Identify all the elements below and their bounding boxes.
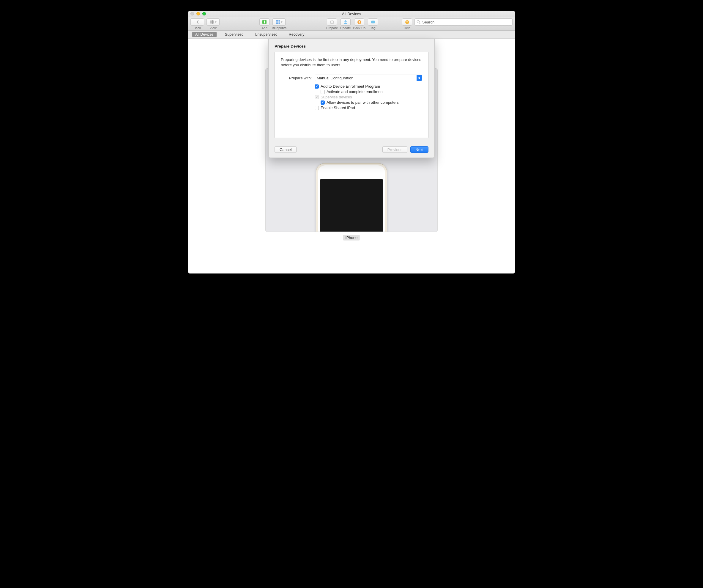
svg-line-18 <box>419 22 420 24</box>
tag-icon <box>371 20 375 24</box>
gear-ring-icon <box>329 20 334 24</box>
checkbox-activate-enrollment[interactable] <box>321 90 325 94</box>
label-activate-enrollment: Activate and complete enrollment <box>326 89 384 94</box>
filter-all-devices[interactable]: All Devices <box>192 32 217 37</box>
filter-supervised[interactable]: Supervised <box>222 32 247 37</box>
update-label: Update <box>340 26 350 30</box>
back-button[interactable] <box>190 18 204 25</box>
window-zoom-button[interactable] <box>202 12 206 15</box>
help-button[interactable]: ? <box>402 18 412 25</box>
label-shared-ipad: Enable Shared iPad <box>321 105 355 110</box>
svg-point-11 <box>330 20 334 24</box>
view-label: View <box>210 26 217 30</box>
toolbar: Back ▾ View Add <box>188 17 515 30</box>
filter-unsupervised[interactable]: Unsupervised <box>252 32 280 37</box>
prepare-button[interactable] <box>327 18 337 25</box>
content-area: iPhone Prepare Devices Preparing devices… <box>188 39 515 274</box>
titlebar: All Devices <box>188 11 515 17</box>
prepare-label: Prepare <box>326 26 338 30</box>
prepare-devices-sheet: Prepare Devices Preparing devices is the… <box>268 39 435 158</box>
chevron-down-icon: ▾ <box>215 20 217 23</box>
checkbox-allow-pair[interactable] <box>321 100 325 104</box>
add-button[interactable] <box>259 18 269 25</box>
blueprints-label: Blueprints <box>272 26 287 30</box>
chevron-left-icon <box>195 20 200 24</box>
backup-label: Back Up <box>353 26 366 30</box>
sheet-description: Preparing devices is the first step in a… <box>281 57 422 68</box>
prepare-with-label: Prepare with: <box>281 76 312 80</box>
plus-icon <box>262 20 267 24</box>
svg-text:?: ? <box>406 20 408 24</box>
sheet-title: Prepare Devices <box>275 44 428 49</box>
help-label: Help <box>404 26 411 30</box>
window-minimize-button[interactable] <box>197 12 200 15</box>
iphone-icon <box>316 163 387 232</box>
window-close-button[interactable] <box>190 12 194 15</box>
checkbox-supervise-devices <box>315 95 319 99</box>
app-window: All Devices Back ▾ View <box>188 11 515 274</box>
sheet-body: Preparing devices is the first step in a… <box>275 52 428 138</box>
chevron-down-icon: ▾ <box>281 20 283 23</box>
search-input[interactable] <box>422 20 511 24</box>
prepare-with-select[interactable]: Manual Configuration <box>315 75 422 81</box>
search-icon <box>416 20 420 24</box>
grid-icon <box>210 20 214 24</box>
previous-button: Previous <box>382 146 408 153</box>
download-icon <box>343 20 348 24</box>
window-title: All Devices <box>342 12 361 16</box>
blueprint-icon <box>276 20 280 24</box>
back-label: Back <box>194 26 201 30</box>
select-caret-icon <box>416 75 422 81</box>
prepare-with-value: Manual Configuration <box>317 76 354 80</box>
add-label: Add <box>261 26 267 30</box>
checkbox-shared-ipad[interactable] <box>315 106 319 110</box>
search-field[interactable] <box>414 18 513 25</box>
upload-icon <box>357 20 362 24</box>
svg-rect-6 <box>276 20 280 24</box>
view-button[interactable]: ▾ <box>207 18 220 25</box>
label-allow-pair: Allow devices to pair with other compute… <box>326 100 399 104</box>
update-button[interactable] <box>340 18 350 25</box>
label-add-dep: Add to Device Enrollment Program <box>321 84 380 89</box>
checkbox-add-dep[interactable] <box>315 84 319 89</box>
svg-rect-0 <box>210 20 214 24</box>
cancel-button[interactable]: Cancel <box>275 146 297 153</box>
filter-recovery[interactable]: Recovery <box>286 32 308 37</box>
tag-label: Tag <box>370 26 376 30</box>
filter-bar: All Devices Supervised Unsupervised Reco… <box>188 30 515 39</box>
device-label[interactable]: iPhone <box>343 235 360 240</box>
svg-rect-12 <box>344 23 347 24</box>
tag-button[interactable] <box>368 18 378 25</box>
backup-button[interactable] <box>354 18 364 25</box>
label-supervise-devices: Supervise devices <box>321 95 352 99</box>
next-button[interactable]: Next <box>410 146 428 153</box>
help-icon: ? <box>405 20 409 24</box>
blueprints-button[interactable]: ▾ <box>272 18 286 25</box>
svg-point-14 <box>371 22 372 22</box>
